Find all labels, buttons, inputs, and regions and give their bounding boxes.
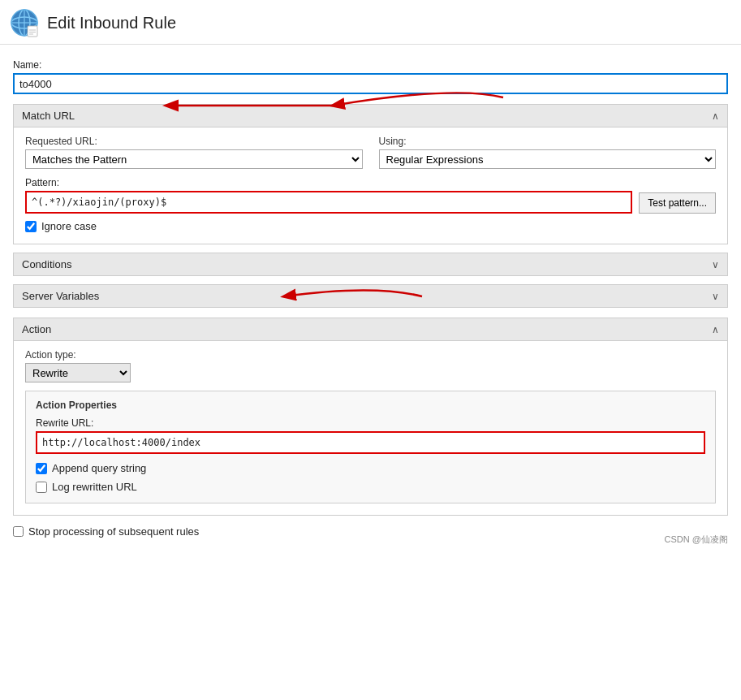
conditions-section: Conditions ∨: [13, 253, 728, 276]
using-select[interactable]: Regular Expressions Wildcards Exact Matc…: [379, 149, 717, 169]
match-url-title: Match URL: [22, 110, 75, 122]
test-pattern-button[interactable]: Test pattern...: [639, 192, 716, 214]
log-rewritten-url-label: Log rewritten URL: [52, 481, 137, 493]
dialog-header: Edit Inbound Rule: [0, 0, 741, 45]
name-field-group: Name:: [13, 59, 728, 94]
ignore-case-label: Ignore case: [41, 220, 97, 232]
rewrite-url-input[interactable]: [37, 433, 704, 452]
action-chevron-up: ∧: [712, 324, 719, 335]
match-url-body: Requested URL: Matches the Pattern Does …: [14, 127, 727, 244]
pattern-group: Pattern:: [25, 177, 632, 214]
match-url-top-row: Requested URL: Matches the Pattern Does …: [25, 136, 716, 169]
stop-rule-label: Stop processing of subsequent rules: [28, 525, 199, 538]
app-icon: [10, 8, 39, 37]
ignore-case-checkbox[interactable]: [25, 221, 37, 232]
main-container: Edit Inbound Rule Name: Match URL ∧ Requ…: [0, 0, 741, 700]
append-query-string-row: Append query string: [36, 462, 705, 474]
stop-rule-row: Stop processing of subsequent rules: [13, 525, 728, 538]
action-properties-panel: Action Properties Rewrite URL: Append qu…: [25, 391, 716, 503]
action-type-select[interactable]: Rewrite Redirect Custom Response Abort R…: [25, 363, 131, 382]
rewrite-url-group: Rewrite URL:: [36, 417, 705, 454]
conditions-chevron-down: ∨: [712, 259, 719, 270]
server-variables-section-header[interactable]: Server Variables ∨: [14, 285, 727, 307]
action-type-row: Action type: Rewrite Redirect Custom Res…: [25, 349, 716, 382]
action-section-header[interactable]: Action ∧: [14, 318, 727, 341]
requested-url-col: Requested URL: Matches the Pattern Does …: [25, 136, 363, 169]
conditions-title: Conditions: [22, 258, 71, 270]
svg-rect-6: [28, 26, 37, 37]
action-properties-title: Action Properties: [36, 400, 705, 411]
watermark: CSDN @仙凌阁: [665, 534, 728, 546]
pattern-row: Pattern: Test pattern...: [25, 177, 716, 214]
action-type-label: Action type:: [25, 349, 716, 361]
conditions-section-header[interactable]: Conditions ∨: [14, 253, 727, 275]
log-rewritten-url-checkbox[interactable]: [36, 482, 47, 493]
page-title: Edit Inbound Rule: [47, 14, 176, 32]
action-body: Action type: Rewrite Redirect Custom Res…: [14, 341, 727, 515]
name-input[interactable]: [13, 73, 728, 94]
stop-rule-checkbox[interactable]: [13, 526, 24, 537]
action-section: Action ∧ Action type: Rewrite Redirect C…: [13, 318, 728, 516]
requested-url-label: Requested URL:: [25, 136, 363, 147]
action-title: Action: [22, 323, 51, 335]
ignore-case-row: Ignore case: [25, 220, 716, 232]
content-area: Name: Match URL ∧ Requested URL: Matches…: [0, 45, 741, 554]
pattern-input[interactable]: [27, 192, 631, 212]
action-type-select-wrap: Rewrite Redirect Custom Response Abort R…: [25, 363, 716, 382]
using-col: Using: Regular Expressions Wildcards Exa…: [379, 136, 717, 169]
match-url-section: Match URL ∧ Requested URL: Matches the P…: [13, 104, 728, 244]
match-url-chevron-up: ∧: [712, 110, 719, 122]
server-variables-title: Server Variables: [22, 290, 99, 302]
append-query-string-label: Append query string: [52, 462, 146, 474]
append-query-string-checkbox[interactable]: [36, 463, 47, 474]
server-variables-chevron-down: ∨: [712, 291, 719, 302]
server-variables-section: Server Variables ∨: [13, 284, 728, 308]
using-label: Using:: [379, 136, 717, 147]
pattern-label: Pattern:: [25, 177, 632, 188]
rewrite-url-wrapper: [36, 431, 705, 454]
rewrite-url-label: Rewrite URL:: [36, 417, 705, 429]
pattern-input-wrapper: [25, 191, 632, 214]
requested-url-select[interactable]: Matches the Pattern Does Not Match the P…: [25, 149, 363, 169]
match-url-section-header[interactable]: Match URL ∧: [14, 105, 727, 127]
name-label: Name:: [13, 59, 728, 71]
log-rewritten-url-row: Log rewritten URL: [36, 481, 705, 493]
